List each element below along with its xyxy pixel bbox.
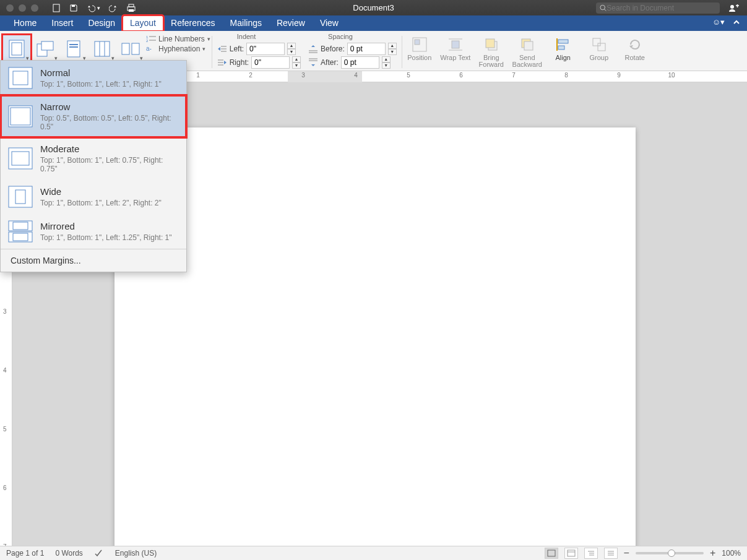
spacing-before-spinner[interactable]: ▲▼: [388, 43, 397, 55]
collapse-ribbon-icon[interactable]: [732, 18, 741, 27]
tab-home[interactable]: Home: [6, 15, 44, 31]
search-input[interactable]: [607, 4, 716, 12]
margins-button[interactable]: ▾: [2, 35, 31, 63]
tab-design[interactable]: Design: [80, 15, 123, 31]
zoom-in-button[interactable]: +: [710, 548, 715, 559]
svg-rect-1: [72, 5, 75, 7]
svg-rect-46: [598, 43, 605, 51]
zoom-out-button[interactable]: −: [624, 548, 629, 559]
send-backward-button[interactable]: Send Backward: [511, 36, 543, 68]
align-button[interactable]: Align: [547, 36, 579, 68]
status-language[interactable]: English (US): [115, 549, 157, 558]
view-outline-button[interactable]: [584, 548, 598, 559]
search-icon: [600, 4, 607, 12]
status-words[interactable]: 0 Words: [55, 549, 82, 558]
indent-right-spinner[interactable]: ▲▼: [292, 56, 301, 69]
position-button[interactable]: Position: [404, 36, 436, 68]
svg-rect-53: [9, 186, 32, 207]
spacing-after-spinner[interactable]: ▲▼: [382, 56, 391, 69]
line-numbers-button[interactable]: 12 Line Numbers▾: [146, 35, 210, 43]
svg-rect-45: [593, 38, 600, 46]
tab-layout[interactable]: Layout: [123, 15, 163, 31]
spacing-after-label: After:: [321, 58, 339, 67]
breaks-button[interactable]: ▾: [116, 35, 145, 63]
search-box[interactable]: [596, 2, 720, 14]
indent-right-input[interactable]: [251, 56, 290, 69]
indent-left-icon: [217, 45, 227, 53]
margin-option-wide[interactable]: WideTop: 1", Bottom: 1", Left: 2", Right…: [1, 179, 186, 214]
indent-left-spinner[interactable]: ▲▼: [287, 43, 296, 55]
share-icon[interactable]: [728, 4, 740, 12]
document-title: Document3: [353, 3, 394, 12]
undo-icon: [87, 4, 95, 12]
print-icon[interactable]: [126, 4, 136, 12]
svg-rect-4: [129, 9, 134, 12]
columns-button[interactable]: ▾: [88, 35, 116, 63]
document-page[interactable]: [114, 127, 636, 546]
indent-left-label: Left:: [230, 45, 244, 53]
indent-right-label: Right:: [230, 58, 249, 67]
status-page[interactable]: Page 1 of 1: [6, 549, 44, 558]
tab-mailings[interactable]: Mailings: [223, 15, 269, 31]
svg-rect-43: [558, 40, 568, 43]
svg-rect-11: [41, 41, 53, 50]
tab-view[interactable]: View: [313, 15, 346, 31]
save-icon[interactable]: [69, 4, 78, 12]
hyphenation-button[interactable]: a- Hyphenation▾: [146, 45, 210, 53]
svg-rect-44: [558, 46, 564, 50]
redo-icon[interactable]: [109, 4, 118, 12]
ribbon-tabs: Home Insert Design Layout References Mai…: [0, 15, 747, 31]
view-web-layout-button[interactable]: [564, 548, 578, 559]
window-controls[interactable]: [6, 4, 38, 12]
zoom-level[interactable]: 100%: [722, 549, 741, 558]
margin-narrow-icon: [8, 105, 33, 127]
svg-rect-12: [67, 41, 80, 57]
view-print-layout-button[interactable]: [545, 548, 558, 559]
size-button[interactable]: ▾: [59, 35, 88, 63]
page-icon[interactable]: [52, 4, 61, 12]
wrap-text-button[interactable]: Wrap Text: [439, 36, 472, 68]
margin-wide-icon: [8, 186, 33, 208]
margin-mirrored-icon: [8, 220, 33, 243]
spellcheck-icon[interactable]: [94, 549, 104, 558]
tab-references[interactable]: References: [163, 15, 223, 31]
margin-option-moderate[interactable]: ModerateTop: 1", Bottom: 1", Left: 0.75"…: [1, 137, 186, 179]
margin-option-mirrored[interactable]: MirroredTop: 1", Bottom: 1", Left: 1.25"…: [1, 214, 186, 249]
orientation-button[interactable]: ▾: [31, 35, 59, 63]
svg-rect-0: [53, 4, 59, 12]
zoom-slider[interactable]: [636, 552, 704, 554]
undo-button[interactable]: ▾: [87, 4, 100, 12]
margin-option-narrow[interactable]: NarrowTop: 0.5", Bottom: 0.5", Left: 0.5…: [1, 95, 186, 137]
margin-normal-icon: [8, 67, 33, 89]
svg-line-6: [605, 9, 607, 11]
svg-rect-35: [452, 41, 459, 48]
svg-rect-16: [122, 43, 129, 54]
svg-rect-59: [548, 550, 555, 556]
margin-option-normal[interactable]: NormalTop: 1", Bottom: 1", Left: 1", Rig…: [1, 61, 186, 95]
svg-rect-47: [9, 67, 32, 88]
tab-review[interactable]: Review: [269, 15, 313, 31]
spacing-before-icon: [308, 45, 318, 53]
svg-rect-41: [524, 41, 533, 50]
minimize-window-icon[interactable]: [19, 4, 26, 12]
indent-left-input[interactable]: [246, 43, 285, 55]
spacing-group-label: Spacing: [328, 33, 353, 40]
svg-point-7: [730, 5, 734, 9]
svg-rect-51: [9, 148, 32, 169]
quick-access-toolbar: ▾: [52, 4, 136, 12]
line-numbers-icon: 12: [146, 35, 156, 43]
spacing-after-input[interactable]: [341, 56, 379, 69]
svg-rect-49: [9, 106, 32, 127]
tab-insert[interactable]: Insert: [44, 15, 80, 31]
svg-text:a-: a-: [146, 45, 152, 52]
rotate-button[interactable]: Rotate: [619, 36, 651, 68]
zoom-window-icon[interactable]: [31, 4, 38, 12]
close-window-icon[interactable]: [6, 4, 14, 12]
margin-moderate-icon: [8, 147, 33, 170]
feedback-button[interactable]: ☺▾: [712, 17, 725, 27]
spacing-before-input[interactable]: [347, 43, 386, 55]
view-draft-button[interactable]: [604, 548, 618, 559]
group-button[interactable]: Group: [583, 36, 615, 68]
custom-margins-button[interactable]: Custom Margins...: [1, 249, 186, 272]
bring-forward-button[interactable]: Bring Forward: [475, 36, 507, 68]
